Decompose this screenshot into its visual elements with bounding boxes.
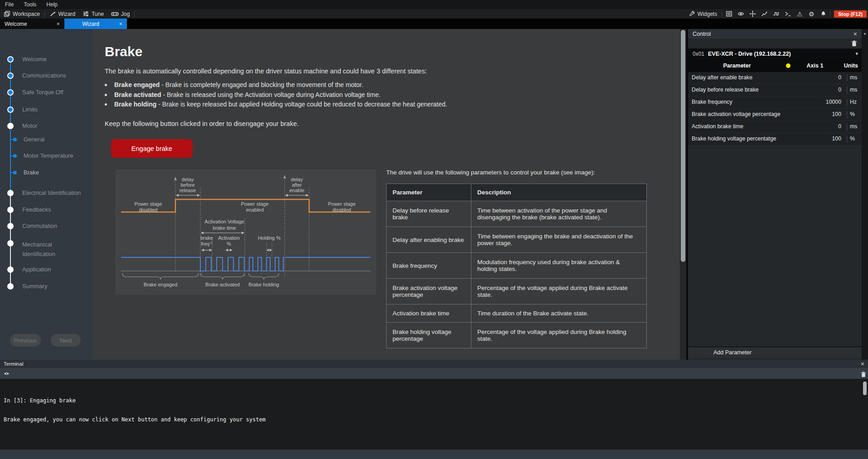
sidebar-step-commutation[interactable]: Commutation: [22, 222, 57, 229]
svg-text:freq-1: freq-1: [201, 241, 213, 246]
tune-label: Tune: [92, 11, 104, 17]
sidebar-step-electrical-identification[interactable]: Electrical Identification: [22, 189, 81, 196]
toolbar-separator: [722, 11, 722, 17]
chevron-down-icon[interactable]: ▾: [863, 31, 866, 36]
step-marker: [7, 123, 14, 129]
table-row: Delay before release brakeTime between a…: [387, 201, 647, 227]
terminal-button[interactable]: [782, 9, 794, 19]
sidebar-step-feedbacks[interactable]: Feedbacks: [22, 206, 51, 213]
signal-button[interactable]: [770, 9, 782, 19]
table-intro: The drive will use the following paramet…: [386, 169, 595, 176]
svg-text:enable: enable: [289, 188, 304, 193]
terminal-toolbar: [0, 368, 868, 379]
svg-text:Holding %: Holding %: [258, 235, 281, 241]
step-marker: [7, 283, 14, 290]
widgets-button[interactable]: Widgets: [685, 9, 721, 19]
sidebar-step-motor[interactable]: Motor: [22, 122, 37, 129]
parameter-value[interactable]: 0: [786, 87, 841, 93]
tune-button[interactable]: Tune: [79, 9, 107, 19]
sidebar-step-application[interactable]: Application: [22, 266, 51, 273]
sidebar-step-welcome[interactable]: Welcome: [22, 56, 47, 63]
sidebar-step-general[interactable]: General: [24, 136, 44, 143]
terminal-output: In [3]: Engaging brake Brake engaged, yo…: [4, 385, 266, 459]
content-scrollbar[interactable]: [680, 29, 686, 360]
workspace-button[interactable]: Workspace: [0, 9, 44, 19]
jog-button[interactable]: Jog: [107, 9, 133, 19]
substep-marker: [13, 138, 17, 141]
svg-text:%: %: [227, 241, 231, 246]
jog-label: Jog: [121, 11, 130, 17]
registers-button[interactable]: [723, 9, 735, 19]
svg-text:Activation: Activation: [218, 235, 240, 241]
menu-help[interactable]: Help: [41, 1, 63, 8]
chart-icon: [761, 10, 768, 17]
parameter-value[interactable]: 0: [786, 74, 841, 81]
menu-tools[interactable]: Tools: [19, 1, 41, 8]
close-icon[interactable]: ×: [56, 20, 60, 27]
scope-button[interactable]: [758, 9, 770, 19]
parameter-value[interactable]: 100: [786, 111, 841, 117]
engage-brake-button[interactable]: Engage brake: [111, 139, 193, 158]
parameter-row: Delay before release brake0ms: [688, 84, 862, 96]
menubar: File Tools Help: [0, 0, 868, 9]
sidebar-step-summary[interactable]: Summary: [22, 283, 48, 290]
close-icon[interactable]: ×: [853, 31, 857, 37]
eye-icon[interactable]: [4, 371, 10, 377]
control-panel-titlebar: Control ×: [688, 29, 862, 39]
trash-icon[interactable]: [861, 372, 866, 377]
step-marker: [7, 266, 14, 273]
warnings-button[interactable]: ⚠: [794, 9, 805, 19]
notifications-button[interactable]: [817, 9, 829, 19]
terminal-input-bar[interactable]: [0, 449, 868, 459]
col-parameter: Parameter: [688, 63, 786, 69]
col-parameter: Parameter: [387, 184, 471, 201]
step-marker: [7, 207, 14, 213]
table-row: Brake activation voltage percentagePerce…: [387, 279, 647, 304]
svg-text:disabled: disabled: [333, 207, 351, 213]
drive-selector[interactable]: 0x01 EVE-XCR - Drive (192.168.2.22) ▾: [688, 48, 862, 59]
bullet-list: Brake engaged - Brake is completely enga…: [105, 81, 447, 111]
eye-icon: [737, 10, 744, 17]
bullet-icon: [105, 84, 107, 86]
terminal-scrollbar-thumb[interactable]: [863, 382, 867, 395]
parameter-value[interactable]: 100: [786, 135, 841, 142]
svg-text:delay: delay: [291, 177, 303, 182]
tab-welcome[interactable]: Welcome ×: [0, 19, 64, 29]
svg-text:enabled: enabled: [246, 207, 263, 213]
sidebar-step-brake[interactable]: Brake: [24, 169, 39, 176]
sidebar-step-safe-torque-off[interactable]: Safe Torque Off: [22, 89, 63, 96]
monitoring-button[interactable]: [735, 9, 747, 19]
parameter-row: Brake holding voltage percentatge100%: [688, 133, 862, 145]
close-icon[interactable]: ×: [861, 361, 864, 367]
wizard-button[interactable]: Wizard: [46, 9, 79, 19]
bullet-item: Brake engaged - Brake is completely enga…: [105, 81, 447, 91]
control-panel: Control × 0x01 EVE-XCR - Drive (192.168.…: [688, 29, 862, 360]
parameter-value[interactable]: 0: [786, 123, 841, 130]
scrollbar-thumb[interactable]: [681, 30, 685, 262]
bullet-icon: [105, 103, 107, 106]
previous-button[interactable]: Previous: [10, 334, 41, 347]
svg-text:before: before: [180, 182, 194, 188]
motion-button[interactable]: [747, 9, 758, 19]
parameter-description-table: Parameter Description Delay before relea…: [386, 184, 647, 348]
table-row: Delay after enabling brakeTime between e…: [387, 227, 647, 253]
next-button[interactable]: Next: [51, 334, 81, 347]
menu-file[interactable]: File: [0, 1, 19, 8]
step-marker: [7, 240, 14, 246]
chevron-down-icon[interactable]: ▾: [855, 51, 858, 57]
stop-button[interactable]: Stop (F12): [834, 10, 867, 18]
sidebar-step-motor-temperature[interactable]: Motor Temperature: [24, 152, 73, 159]
sidebar-step-limits[interactable]: Limits: [22, 106, 38, 113]
add-parameter-button[interactable]: Add Parameter: [688, 347, 862, 358]
sidebar-step-communications[interactable]: Communications: [22, 72, 66, 79]
close-icon[interactable]: ×: [119, 20, 122, 27]
control-panel-toolbar: [688, 39, 862, 48]
settings-button[interactable]: ⚙: [805, 9, 817, 19]
col-description: Description: [471, 184, 647, 201]
sidebar-step-mechanical-identification[interactable]: Mechanical Identification: [22, 240, 77, 259]
trash-icon[interactable]: [851, 40, 857, 47]
panel-scrollbar[interactable]: ▾: [862, 29, 868, 360]
tab-wizard[interactable]: Wizard ×: [64, 19, 127, 29]
parameter-value[interactable]: 10000: [786, 99, 841, 105]
terminal-line: In [3]: Engaging brake: [4, 397, 266, 404]
